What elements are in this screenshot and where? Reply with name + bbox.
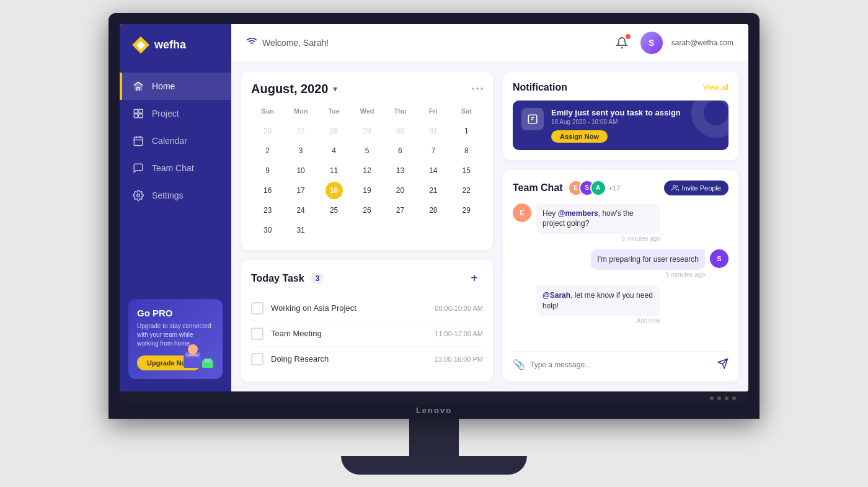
cal-day[interactable]: 11 [326,162,343,179]
msg-bubble-2: I'm preparing for user research [591,249,705,270]
svg-rect-1 [134,109,138,113]
cal-day[interactable]: 3 [292,142,309,159]
cal-day[interactable]: 12 [358,162,376,179]
calendar-title-row: August, 2020 ▾ [251,82,337,96]
chat-avatars: E S A [568,180,606,196]
chat-title-group: Team Chat E S A +17 [513,180,620,196]
sidebar-item-calendar[interactable]: Calendar [120,127,231,154]
task-checkbox-2[interactable] [251,328,264,340]
svg-point-13 [673,185,676,187]
sidebar-item-home[interactable]: Home [120,73,231,100]
cal-day[interactable]: 31 [425,122,442,140]
day-header-wed: Wed [350,105,383,117]
cal-day[interactable]: 16 [259,182,277,199]
day-header-mon: Mon [284,105,317,117]
go-pro-card: Go PRO Upgrade to stay connected with yo… [128,299,223,379]
cal-day[interactable]: 13 [391,162,409,179]
right-panel: Notification View all Emily just sent yo… [503,72,738,382]
msg-time-2: 5 minutes ago [591,271,705,278]
chat-message-1: E Hey @members, how's the project going?… [513,203,728,243]
send-icon[interactable] [717,358,728,372]
cal-day[interactable]: 9 [259,162,277,179]
cal-day[interactable]: 31 [292,221,309,239]
assign-now-button[interactable]: Assign Now [551,130,608,143]
settings-icon [132,189,144,202]
notification-card: Notification View all Emily just sent yo… [503,72,738,160]
cal-day[interactable]: 26 [259,122,277,140]
cal-day[interactable]: 24 [292,202,309,219]
add-task-button[interactable]: + [466,270,483,287]
invite-people-button[interactable]: Invite People [664,181,728,195]
calendar-week-6: 30 31 [251,220,483,240]
cal-day[interactable]: 22 [458,182,475,199]
cal-day[interactable]: 17 [292,182,309,199]
cal-day[interactable]: 23 [259,202,277,219]
cal-day[interactable]: 27 [292,122,309,140]
sidebar-item-team-chat[interactable]: Team Chat [120,154,231,182]
svg-rect-11 [204,359,211,362]
user-avatar: S [640,32,663,54]
chat-title: Team Chat [513,182,563,194]
cal-day [391,221,409,239]
svg-rect-5 [134,137,143,146]
sidebar: wefha Home Project [120,24,231,391]
cal-day[interactable]: 4 [326,142,343,159]
logo-icon [132,37,149,54]
msg-avatar-1: E [513,203,531,222]
calendar-week-1: 26 27 28 29 30 31 1 [251,121,483,141]
chat-header: Team Chat E S A +17 [513,180,728,196]
cal-day[interactable]: 10 [292,162,309,179]
cal-day[interactable]: 7 [425,142,442,159]
cal-day[interactable]: 5 [358,142,376,159]
cal-day[interactable]: 29 [358,122,376,140]
sidebar-item-settings[interactable]: Settings [120,182,231,209]
logo-text: wefha [154,38,186,51]
sidebar-item-settings-label: Settings [152,190,184,200]
msg-bubble-1: Hey @members, how's the project going? [536,203,660,235]
task-checkbox-1[interactable] [251,302,264,315]
cal-day[interactable]: 30 [391,122,409,140]
cal-day[interactable]: 28 [425,202,442,219]
task-checkbox-3[interactable] [251,353,264,365]
calendar-dropdown-button[interactable]: ▾ [333,84,337,94]
sidebar-item-project[interactable]: Project [120,100,231,127]
day-header-thu: Thu [384,105,417,117]
calendar-week-3: 9 10 11 12 13 14 15 [251,161,483,181]
cal-day[interactable]: 26 [358,202,376,219]
view-all-link[interactable]: View all [703,83,728,92]
cal-day[interactable]: 30 [259,221,277,239]
cal-day[interactable]: 8 [458,142,475,159]
cal-day[interactable]: 6 [391,142,409,159]
wifi-icon [246,36,257,49]
cal-day[interactable]: 28 [326,122,343,140]
cal-day-today[interactable]: 18 [326,182,343,199]
task-item-3: Doing Research 13:00-16:00 PM [251,347,483,372]
indicator-dot-4 [732,396,736,400]
task-title: Today Task [251,273,304,284]
msg-bubble-3: @Sarah, let me know if you need help! [536,285,660,316]
cal-day[interactable]: 2 [259,142,277,159]
cal-day[interactable]: 1 [458,122,475,140]
cal-day[interactable]: 15 [458,162,475,179]
calendar-more-options[interactable] [472,87,483,90]
msg-content-2: I'm preparing for user research 5 minute… [591,249,705,278]
chat-message-input[interactable] [530,360,712,369]
cal-day[interactable]: 14 [425,162,442,179]
attach-icon[interactable]: 📎 [513,359,525,370]
project-icon [132,107,144,120]
cal-day[interactable]: 20 [391,182,409,199]
day-header-fri: Fri [417,105,450,117]
cal-day[interactable]: 21 [425,182,442,199]
main-content: Welcome, Sarah! S sarah@wefha.com [231,24,748,391]
notification-item-icon [521,108,544,130]
task-time-3: 13:00-16:00 PM [435,355,483,363]
calendar-week-4: 16 17 18 19 20 21 22 [251,181,483,200]
cal-day[interactable]: 27 [391,202,409,219]
chat-icon [132,162,144,174]
cal-day[interactable]: 19 [358,182,376,199]
notification-bell[interactable] [612,33,632,53]
cal-day[interactable]: 25 [326,202,343,219]
sidebar-nav: Home Project Calendar [120,73,231,287]
cal-day[interactable]: 29 [458,202,475,219]
chat-messages: E Hey @members, how's the project going?… [513,203,728,346]
